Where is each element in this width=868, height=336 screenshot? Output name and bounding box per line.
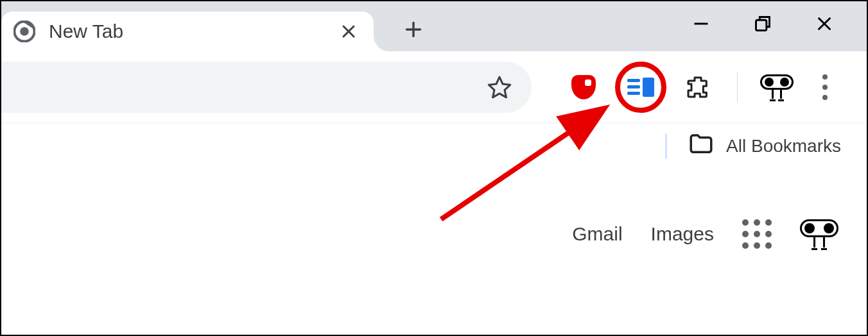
side-panel-extension-button[interactable] bbox=[615, 62, 666, 113]
new-tab-button[interactable] bbox=[402, 18, 425, 41]
account-avatar-icon bbox=[800, 219, 838, 249]
images-link[interactable]: Images bbox=[651, 223, 714, 245]
folder-icon bbox=[688, 131, 715, 162]
svg-rect-2 bbox=[756, 20, 767, 30]
all-bookmarks-button[interactable]: All Bookmarks bbox=[726, 136, 841, 156]
extensions-icon bbox=[685, 74, 711, 100]
ublock-origin-button[interactable] bbox=[568, 71, 600, 103]
ntp-top-links: Gmail Images bbox=[572, 219, 838, 249]
address-bar[interactable] bbox=[0, 62, 532, 113]
profile-icon bbox=[760, 74, 794, 100]
toolbar-actions bbox=[568, 62, 838, 113]
window-controls bbox=[688, 1, 867, 46]
google-apps-button[interactable] bbox=[742, 219, 772, 249]
extensions-button[interactable] bbox=[682, 71, 714, 103]
tab-title: New Tab bbox=[49, 21, 326, 42]
browser-toolbar bbox=[1, 51, 867, 123]
profile-button[interactable] bbox=[761, 71, 793, 103]
bookmark-star-icon[interactable] bbox=[485, 73, 514, 101]
tab-active[interactable]: New Tab bbox=[1, 12, 374, 51]
account-button[interactable] bbox=[800, 219, 838, 249]
window-maximize-button[interactable] bbox=[750, 11, 776, 37]
window-close-button[interactable] bbox=[812, 11, 837, 37]
chrome-menu-button[interactable] bbox=[812, 74, 838, 100]
side-panel-extension-icon bbox=[627, 78, 654, 97]
ublock-origin-icon bbox=[571, 75, 596, 99]
window-minimize-button[interactable] bbox=[688, 11, 714, 37]
bookmarks-bar: All Bookmarks bbox=[1, 123, 867, 169]
tab-close-button[interactable] bbox=[339, 22, 358, 41]
toolbar-divider bbox=[737, 72, 738, 103]
gmail-link[interactable]: Gmail bbox=[572, 223, 622, 245]
chrome-icon bbox=[13, 20, 36, 43]
tab-strip: New Tab bbox=[1, 1, 867, 51]
svg-point-1 bbox=[20, 27, 29, 36]
bookmarks-separator bbox=[665, 133, 667, 159]
